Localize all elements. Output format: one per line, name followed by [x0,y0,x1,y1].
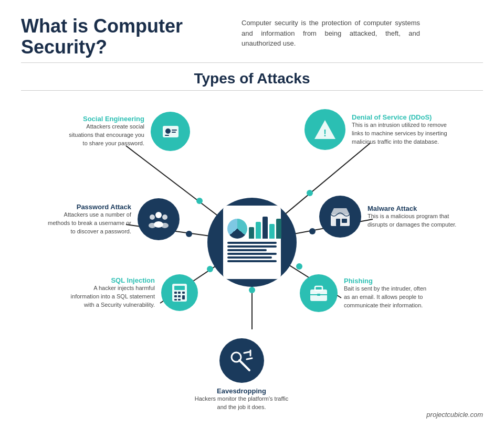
svg-rect-29 [182,292,185,294]
section-divider [21,90,483,91]
svg-point-9 [207,266,213,272]
svg-rect-16 [172,130,177,131]
header-description: Computer security is the protection of c… [242,18,420,49]
password-attack-desc: Attackers use a number of methods to bre… [47,211,131,236]
footer-credit: projectcubicle.com [426,411,483,419]
svg-line-37 [244,352,249,353]
sql-injection-icon [161,274,198,311]
malware-attack-icon [319,196,361,238]
password-attack-icon [138,198,180,240]
sql-injection-node: SQL Injection A hacker injects harmful i… [66,274,198,311]
svg-rect-30 [174,295,177,297]
svg-rect-34 [178,299,181,301]
sql-injection-title: SQL Injection [66,276,155,284]
section-title: Types of Attacks [21,70,483,87]
center-document [223,206,281,279]
ddos-icon: ! [304,109,345,150]
malware-attack-title: Malware Attack [368,205,459,212]
svg-point-20 [150,214,155,220]
svg-line-39 [247,358,252,359]
svg-rect-27 [174,292,177,294]
svg-point-23 [149,223,156,228]
svg-point-15 [165,128,171,134]
eavesdropping-desc: Hackers monitor the platform's traffic a… [194,395,289,412]
phishing-desc: Bait is sent by the intruder, often as a… [344,285,433,310]
svg-text:!: ! [323,128,327,138]
svg-rect-31 [178,295,181,297]
pie-chart-icon [227,219,247,239]
diagram-area: Social Engineering Attackers create soci… [21,96,483,400]
svg-point-11 [296,263,302,270]
svg-rect-41 [315,286,322,291]
ddos-node: ! Denial of Service (DDoS) This is an in… [304,109,457,150]
svg-rect-46 [342,219,347,223]
social-engineering-icon [151,112,190,151]
svg-rect-18 [165,135,169,136]
social-engineering-node: Social Engineering Attackers create soci… [63,112,190,151]
sql-injection-desc: A hacker injects harmful information int… [66,284,155,309]
svg-point-13 [307,190,313,196]
phishing-title: Phishing [344,277,433,285]
svg-rect-26 [174,286,185,290]
svg-point-10 [249,287,255,293]
center-icon [207,198,297,287]
page-title: What is Computer Security? [21,16,220,57]
ddos-desc: This is an intrusion utilized to remove … [352,121,457,146]
social-engineering-title: Social Engineering [63,115,144,123]
malware-attack-desc: This is a malicious program that disrupt… [368,212,459,229]
svg-point-21 [162,214,167,220]
social-engineering-desc: Attackers create social situations that … [63,123,144,148]
svg-rect-28 [178,292,181,294]
svg-rect-43 [317,294,320,296]
svg-point-12 [309,228,316,234]
phishing-icon [300,274,338,312]
header: What is Computer Security? Computer secu… [21,16,483,57]
svg-rect-45 [336,219,340,226]
eavesdropping-icon [219,338,264,383]
svg-rect-32 [182,295,185,299]
ddos-title: Denial of Service (DDoS) [352,113,457,121]
svg-rect-33 [174,299,177,301]
malware-attack-node: Malware Attack This is a malicious progr… [319,196,459,238]
svg-rect-17 [172,132,176,133]
eavesdropping-node: Eavesdropping Hackers monitor the platfo… [194,338,289,412]
page: What is Computer Security? Computer secu… [0,0,504,429]
password-attack-title: Password Attack [47,203,131,211]
header-divider [21,62,483,63]
password-attack-node: Password Attack Attackers use a number o… [47,198,180,240]
eavesdropping-title: Eavesdropping [194,387,289,395]
svg-line-36 [239,360,249,370]
svg-point-19 [155,212,162,218]
phishing-node: Phishing Bait is sent by the intruder, o… [300,274,433,312]
svg-point-8 [186,231,192,237]
svg-point-7 [196,198,203,204]
svg-point-24 [161,223,169,228]
